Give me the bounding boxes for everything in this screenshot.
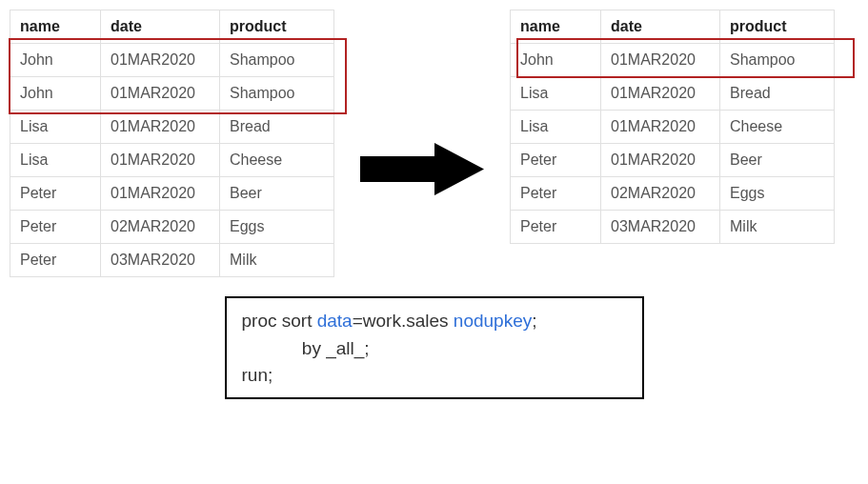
header-name: name [10, 10, 101, 44]
cell-date: 02MAR2020 [601, 177, 720, 211]
cell-date: 02MAR2020 [101, 211, 220, 244]
cell-name: John [511, 44, 601, 77]
cell-date: 01MAR2020 [601, 77, 720, 111]
table-row: Peter01MAR2020Beer [511, 144, 835, 177]
cell-product: Shampoo [220, 77, 334, 111]
input-table: name date product John01MAR2020Shampoo J… [10, 10, 334, 277]
cell-name: Peter [10, 211, 101, 244]
cell-name: Peter [10, 177, 101, 211]
header-product: product [720, 10, 835, 44]
table-row: Peter03MAR2020Milk [511, 211, 835, 244]
cell-product: Milk [720, 211, 835, 244]
cell-product: Eggs [220, 211, 334, 244]
cell-product: Bread [720, 77, 835, 111]
table-row: Peter02MAR2020Eggs [10, 211, 334, 244]
svg-marker-0 [360, 143, 484, 195]
header-name: name [511, 10, 601, 44]
cell-name: Lisa [511, 111, 601, 144]
cell-product: Eggs [720, 177, 835, 211]
cell-name: Peter [10, 244, 101, 277]
code-line: run; [242, 362, 627, 390]
cell-name: Lisa [10, 144, 101, 177]
table-header-row: name date product [10, 10, 334, 44]
cell-name: Peter [511, 177, 601, 211]
cell-date: 03MAR2020 [101, 244, 220, 277]
cell-name: Lisa [10, 111, 101, 144]
header-date: date [101, 10, 220, 44]
cell-product: Cheese [220, 144, 334, 177]
cell-date: 01MAR2020 [101, 177, 220, 211]
table-row: Peter01MAR2020Beer [10, 177, 334, 211]
cell-date: 01MAR2020 [601, 144, 720, 177]
cell-name: John [10, 44, 101, 77]
table-row: Lisa01MAR2020Cheese [10, 144, 334, 177]
cell-product: Beer [720, 144, 835, 177]
cell-product: Milk [220, 244, 334, 277]
cell-product: Beer [220, 177, 334, 211]
cell-date: 01MAR2020 [101, 77, 220, 111]
table-row: John01MAR2020Shampoo [511, 44, 835, 77]
table-row: Lisa01MAR2020Cheese [511, 111, 835, 144]
output-table: name date product John01MAR2020Shampoo L… [510, 10, 835, 244]
header-product: product [220, 10, 334, 44]
table-row: Lisa01MAR2020Bread [511, 77, 835, 111]
cell-name: Lisa [511, 77, 601, 111]
table-row: John01MAR2020Shampoo [10, 77, 334, 111]
code-line: by _all_; [242, 335, 627, 363]
cell-date: 01MAR2020 [601, 111, 720, 144]
arrow-icon [355, 143, 489, 195]
cell-name: John [10, 77, 101, 111]
code-block: proc sort data=work.sales nodupkey; by _… [225, 296, 644, 399]
cell-product: Shampoo [220, 44, 334, 77]
code-line: proc sort data=work.sales nodupkey; [242, 308, 627, 335]
table-row: Peter03MAR2020Milk [10, 244, 334, 277]
cell-date: 01MAR2020 [101, 44, 220, 77]
cell-date: 01MAR2020 [101, 144, 220, 177]
table-row: Lisa01MAR2020Bread [10, 111, 334, 144]
table-header-row: name date product [511, 10, 835, 44]
table-row: John01MAR2020Shampoo [10, 44, 334, 77]
table-row: Peter02MAR2020Eggs [511, 177, 835, 211]
cell-name: Peter [511, 144, 601, 177]
cell-product: Bread [220, 111, 334, 144]
cell-date: 01MAR2020 [101, 111, 220, 144]
cell-date: 03MAR2020 [601, 211, 720, 244]
cell-product: Cheese [720, 111, 835, 144]
cell-name: Peter [511, 211, 601, 244]
cell-product: Shampoo [720, 44, 835, 77]
header-date: date [601, 10, 720, 44]
cell-date: 01MAR2020 [601, 44, 720, 77]
